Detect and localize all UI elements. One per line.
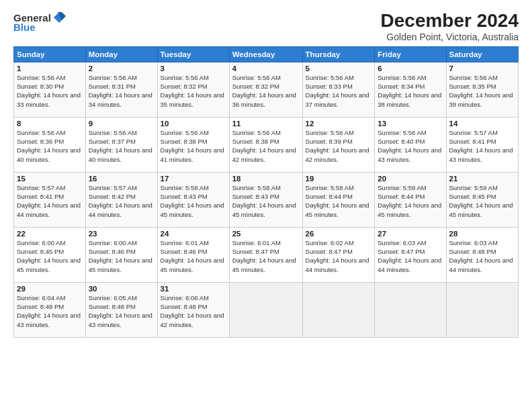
calendar-body: 1Sunrise: 5:56 AMSunset: 8:30 PMDaylight… [14,62,519,337]
calendar-table: Sunday Monday Tuesday Wednesday Thursday… [13,46,519,338]
calendar-cell: 8Sunrise: 5:56 AMSunset: 8:36 PMDaylight… [14,117,86,172]
day-number: 24 [161,230,226,238]
calendar-cell: 5Sunrise: 5:56 AMSunset: 8:33 PMDaylight… [302,62,375,117]
day-number: 3 [161,64,226,73]
day-info: Sunrise: 5:59 AMSunset: 8:44 PMDaylight:… [378,183,443,219]
calendar-cell: 14Sunrise: 5:57 AMSunset: 8:41 PMDayligh… [446,117,519,172]
calendar-cell [446,282,519,337]
day-info: Sunrise: 5:58 AMSunset: 8:43 PMDaylight:… [232,183,300,219]
day-number: 28 [449,230,516,238]
day-number: 12 [306,120,372,128]
day-info: Sunrise: 6:03 AMSunset: 8:48 PMDaylight:… [449,238,516,274]
calendar-cell: 20Sunrise: 5:59 AMSunset: 8:44 PMDayligh… [375,172,446,227]
calendar-week-4: 22Sunrise: 6:00 AMSunset: 8:45 PMDayligh… [14,227,519,282]
day-number: 13 [378,120,443,128]
day-number: 19 [306,175,372,183]
day-info: Sunrise: 6:04 AMSunset: 8:48 PMDaylight:… [17,293,83,329]
day-number: 31 [161,285,226,293]
calendar-week-3: 15Sunrise: 5:57 AMSunset: 8:41 PMDayligh… [14,172,519,227]
day-number: 6 [378,64,443,73]
header-thursday: Thursday [302,46,375,62]
header-right: December 2024 Golden Point, Victoria, Au… [66,11,519,42]
day-info: Sunrise: 5:56 AMSunset: 8:38 PMDaylight:… [161,128,226,164]
day-number: 8 [17,120,83,128]
header-tuesday: Tuesday [157,46,229,62]
calendar-cell [302,282,375,337]
day-info: Sunrise: 5:58 AMSunset: 8:44 PMDaylight:… [306,183,372,219]
calendar-header: Sunday Monday Tuesday Wednesday Thursday… [14,46,519,62]
day-info: Sunrise: 5:56 AMSunset: 8:36 PMDaylight:… [17,128,83,164]
page: General Blue December 2024 Golden Point,… [0,0,532,411]
day-info: Sunrise: 6:05 AMSunset: 8:48 PMDaylight:… [89,293,154,329]
calendar-cell: 25Sunrise: 6:01 AMSunset: 8:47 PMDayligh… [229,227,302,282]
calendar-week-1: 1Sunrise: 5:56 AMSunset: 8:30 PMDaylight… [14,62,519,117]
calendar-cell: 24Sunrise: 6:01 AMSunset: 8:46 PMDayligh… [157,227,229,282]
day-number: 23 [89,230,154,238]
day-info: Sunrise: 6:00 AMSunset: 8:46 PMDaylight:… [89,238,154,274]
day-number: 2 [89,64,154,73]
day-info: Sunrise: 5:56 AMSunset: 8:40 PMDaylight:… [378,128,443,164]
day-info: Sunrise: 5:56 AMSunset: 8:31 PMDaylight:… [89,73,154,109]
calendar-cell: 29Sunrise: 6:04 AMSunset: 8:48 PMDayligh… [14,282,86,337]
header-wednesday: Wednesday [229,46,302,62]
calendar-cell: 28Sunrise: 6:03 AMSunset: 8:48 PMDayligh… [446,227,519,282]
calendar-cell: 1Sunrise: 5:56 AMSunset: 8:30 PMDaylight… [14,62,86,117]
day-info: Sunrise: 5:56 AMSunset: 8:34 PMDaylight:… [378,73,443,109]
header-saturday: Saturday [446,46,519,62]
day-info: Sunrise: 5:56 AMSunset: 8:32 PMDaylight:… [232,73,300,109]
header-friday: Friday [375,46,446,62]
day-number: 16 [89,175,154,183]
calendar-cell: 9Sunrise: 5:56 AMSunset: 8:37 PMDaylight… [85,117,157,172]
calendar-cell: 18Sunrise: 5:58 AMSunset: 8:43 PMDayligh… [229,172,302,227]
day-number: 17 [161,175,226,183]
calendar-cell: 16Sunrise: 5:57 AMSunset: 8:42 PMDayligh… [85,172,157,227]
logo-icon [52,11,66,24]
calendar-cell: 27Sunrise: 6:03 AMSunset: 8:47 PMDayligh… [375,227,446,282]
calendar-cell: 4Sunrise: 5:56 AMSunset: 8:32 PMDaylight… [229,62,302,117]
day-info: Sunrise: 5:57 AMSunset: 8:42 PMDaylight:… [89,183,154,219]
day-info: Sunrise: 5:56 AMSunset: 8:38 PMDaylight:… [232,128,300,164]
calendar-cell: 12Sunrise: 5:56 AMSunset: 8:39 PMDayligh… [302,117,375,172]
day-number: 14 [449,120,516,128]
day-number: 9 [89,120,154,128]
day-info: Sunrise: 5:57 AMSunset: 8:41 PMDaylight:… [449,128,516,164]
calendar-cell: 13Sunrise: 5:56 AMSunset: 8:40 PMDayligh… [375,117,446,172]
calendar-week-2: 8Sunrise: 5:56 AMSunset: 8:36 PMDaylight… [14,117,519,172]
day-info: Sunrise: 5:57 AMSunset: 8:41 PMDaylight:… [17,183,83,219]
logo-blue: Blue [13,21,36,33]
day-info: Sunrise: 5:56 AMSunset: 8:30 PMDaylight:… [17,73,83,109]
calendar-cell: 10Sunrise: 5:56 AMSunset: 8:38 PMDayligh… [157,117,229,172]
day-number: 22 [17,230,83,238]
day-info: Sunrise: 5:56 AMSunset: 8:33 PMDaylight:… [306,73,372,109]
calendar-cell: 3Sunrise: 5:56 AMSunset: 8:32 PMDaylight… [157,62,229,117]
top-header: General Blue December 2024 Golden Point,… [13,11,519,42]
calendar-cell: 15Sunrise: 5:57 AMSunset: 8:41 PMDayligh… [14,172,86,227]
day-number: 4 [232,64,300,73]
calendar-cell [375,282,446,337]
calendar-cell: 2Sunrise: 5:56 AMSunset: 8:31 PMDaylight… [85,62,157,117]
calendar-title: December 2024 [66,11,519,32]
day-info: Sunrise: 6:00 AMSunset: 8:45 PMDaylight:… [17,238,83,274]
day-info: Sunrise: 5:59 AMSunset: 8:45 PMDaylight:… [449,183,516,219]
day-number: 27 [378,230,443,238]
day-info: Sunrise: 5:58 AMSunset: 8:43 PMDaylight:… [161,183,226,219]
day-number: 7 [449,64,516,73]
day-info: Sunrise: 5:56 AMSunset: 8:37 PMDaylight:… [89,128,154,164]
day-info: Sunrise: 5:56 AMSunset: 8:35 PMDaylight:… [449,73,516,109]
day-number: 25 [232,230,300,238]
day-number: 21 [449,175,516,183]
header-monday: Monday [85,46,157,62]
day-number: 20 [378,175,443,183]
day-number: 26 [306,230,372,238]
day-number: 29 [17,285,83,293]
header-row: Sunday Monday Tuesday Wednesday Thursday… [14,46,519,62]
day-info: Sunrise: 5:56 AMSunset: 8:32 PMDaylight:… [161,73,226,109]
calendar-cell: 22Sunrise: 6:00 AMSunset: 8:45 PMDayligh… [14,227,86,282]
calendar-cell: 11Sunrise: 5:56 AMSunset: 8:38 PMDayligh… [229,117,302,172]
calendar-cell: 6Sunrise: 5:56 AMSunset: 8:34 PMDaylight… [375,62,446,117]
calendar-cell [229,282,302,337]
header-sunday: Sunday [14,46,86,62]
day-number: 18 [232,175,300,183]
calendar-cell: 30Sunrise: 6:05 AMSunset: 8:48 PMDayligh… [85,282,157,337]
calendar-cell: 31Sunrise: 6:06 AMSunset: 8:48 PMDayligh… [157,282,229,337]
